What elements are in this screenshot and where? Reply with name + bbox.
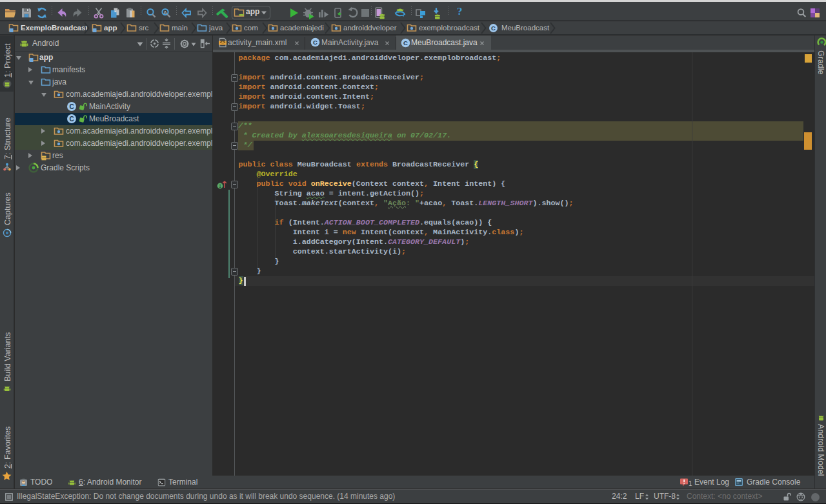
svg-text:C: C xyxy=(69,103,74,110)
svg-text:C: C xyxy=(69,116,74,123)
svg-text:C: C xyxy=(313,39,317,46)
svg-text:C: C xyxy=(491,25,496,32)
svg-text:<>: <> xyxy=(220,40,225,45)
svg-text:C: C xyxy=(403,39,408,46)
svg-text:I: I xyxy=(219,184,221,189)
svg-text:A: A xyxy=(163,10,167,15)
